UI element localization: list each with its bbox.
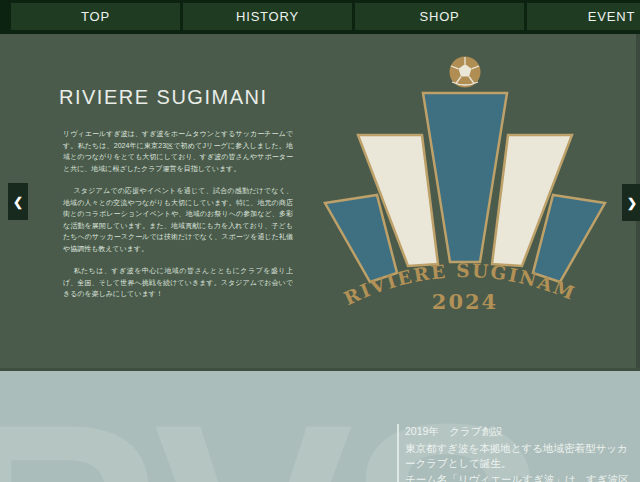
club-description-paragraph-2: スタジアムでの応援やイベントを通じて、試合の感動だけでなく、地域の人々との交流や… (63, 185, 293, 254)
nav-item-event[interactable]: EVENT (527, 3, 640, 30)
club-description: リヴィエールすぎ波は、すぎ波をホームタウンとするサッカーチームです。私たちは、2… (63, 128, 293, 311)
timeline-heading: 2019年 クラブ創設 (405, 424, 637, 440)
crest-year: 2024 (432, 289, 498, 314)
timeline-body: 東京都すぎ波を本拠地とする地域密着型サッカークラブとして誕生。 (405, 441, 637, 472)
club-title: RIVIERE SUGIMANI (59, 86, 267, 109)
history-section: RVS 2019年 クラブ創設 東京都すぎ波を本拠地とする地域密着型サッカークラ… (0, 371, 640, 482)
chevron-left-icon: ❮ (13, 195, 23, 209)
hero-slide: RIVIERE SUGIMANI リヴィエールすぎ波は、すぎ波をホームタウンとす… (0, 34, 640, 371)
club-description-paragraph-3: 私たちは、すぎ波を中心に地域の皆さんとともにクラブを盛り上げ、全国、そして世界へ… (63, 265, 293, 300)
chevron-right-icon: ❯ (627, 196, 637, 210)
nav-item-history[interactable]: HISTORY (183, 3, 352, 30)
soccer-ball-icon (450, 57, 481, 88)
top-nav: TOP HISTORY SHOP EVENT (0, 0, 640, 34)
nav-item-shop[interactable]: SHOP (355, 3, 524, 30)
club-crest-emblem: RIVIERE SUGINAMI 2024 (315, 45, 615, 325)
carousel-prev-button[interactable]: ❮ (8, 183, 28, 220)
timeline-body-partial: チーム名「リヴィエールすぎ波」は、すぎ波区を (405, 472, 637, 482)
timeline-entry-2019: 2019年 クラブ創設 東京都すぎ波を本拠地とする地域密着型サッカークラブとして… (397, 424, 637, 482)
nav-item-top[interactable]: TOP (11, 3, 180, 30)
club-description-paragraph-1: リヴィエールすぎ波は、すぎ波をホームタウンとするサッカーチームです。私たちは、2… (63, 128, 293, 174)
carousel-next-button[interactable]: ❯ (622, 184, 640, 221)
